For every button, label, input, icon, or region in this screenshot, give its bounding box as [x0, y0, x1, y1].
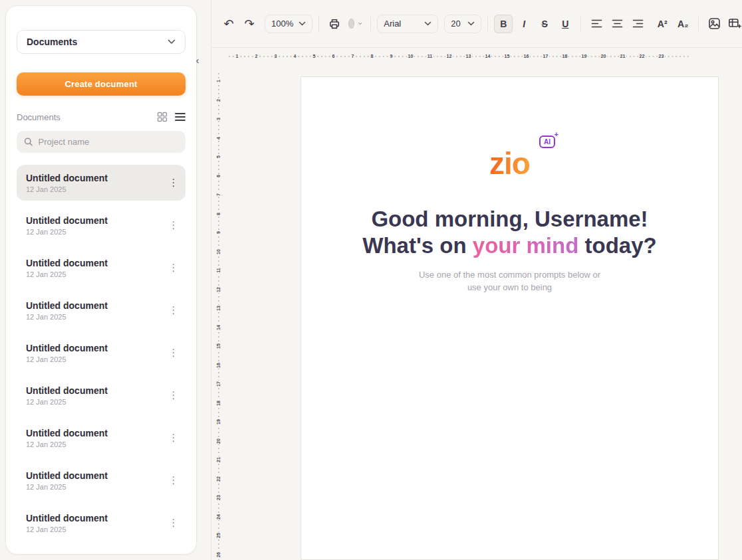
print-button[interactable]: [325, 15, 344, 33]
greeting-line1: Good morning, Username!: [301, 206, 718, 233]
color-swatch-icon: [348, 19, 354, 29]
document-menu-button[interactable]: ⋮: [166, 258, 182, 278]
italic-button[interactable]: I: [515, 15, 533, 33]
ruler-number: 6: [215, 174, 223, 178]
ruler-number: 2: [254, 53, 259, 60]
ruler-number: 19: [215, 419, 223, 425]
zio-logo: zio AI +: [489, 146, 530, 181]
document-title: Untitled document: [26, 173, 166, 183]
ruler-number: 24: [215, 513, 223, 520]
document-list-item[interactable]: Untitled document 12 Jan 2025 ⋮: [17, 207, 186, 243]
document-list-item[interactable]: Untitled document 12 Jan 2025 ⋮: [17, 377, 186, 413]
document-title: Untitled document: [26, 428, 166, 438]
ruler-number: 13: [465, 53, 473, 60]
ruler-number: 17: [542, 53, 550, 60]
insert-table-icon: [728, 17, 741, 30]
document-date: 12 Jan 2025: [26, 355, 166, 363]
ruler-number: 12: [445, 53, 453, 60]
toolbar-separator: [580, 17, 581, 31]
document-menu-button[interactable]: ⋮: [166, 215, 182, 235]
document-date: 12 Jan 2025: [26, 228, 166, 236]
ruler-number: 25: [215, 532, 223, 539]
undo-button[interactable]: ↶: [219, 15, 238, 33]
document-page-canvas[interactable]: zio AI + Good morning, Username! What's …: [301, 76, 719, 560]
grid-view-icon[interactable]: [157, 112, 168, 122]
redo-button[interactable]: ↷: [240, 15, 259, 33]
chevron-down-icon: [424, 21, 432, 26]
text-color-button[interactable]: [346, 15, 364, 33]
search-icon: [24, 137, 33, 147]
document-menu-button[interactable]: ⋮: [166, 343, 182, 363]
sidebar-collapse-button[interactable]: ‹: [192, 53, 203, 66]
document-title: Untitled document: [26, 470, 166, 481]
ai-badge-plus-icon: +: [555, 131, 558, 138]
chevron-down-icon: [467, 21, 475, 26]
document-menu-button[interactable]: ⋮: [166, 385, 182, 405]
search-input[interactable]: [39, 137, 178, 147]
chevron-down-icon: [358, 21, 362, 26]
document-title: Untitled document: [26, 300, 166, 311]
superscript-button[interactable]: A²: [653, 15, 672, 33]
document-date: 12 Jan 2025: [26, 185, 166, 193]
document-list-item[interactable]: Untitled document 12 Jan 2025 ⋮: [17, 335, 186, 371]
insert-image-button[interactable]: [705, 15, 723, 33]
font-family-value: Arial: [384, 19, 401, 29]
document-menu-button[interactable]: ⋮: [166, 428, 182, 448]
strikethrough-button[interactable]: S: [535, 15, 554, 33]
create-document-button[interactable]: Create document: [17, 72, 186, 96]
ruler-number: 7: [350, 53, 356, 60]
document-list-item[interactable]: Untitled document 12 Jan 2025 ⋮: [17, 165, 186, 201]
bold-button[interactable]: B: [494, 15, 513, 33]
ruler-number: 5: [312, 53, 317, 60]
project-search: [17, 131, 186, 153]
align-center-button[interactable]: [608, 15, 626, 33]
documents-list-header: Documents: [17, 112, 186, 122]
align-left-button[interactable]: [587, 15, 606, 33]
chevron-down-icon: [168, 39, 176, 45]
document-date: 12 Jan 2025: [26, 398, 166, 406]
ruler-number: 2: [215, 98, 223, 102]
document-list-item[interactable]: Untitled document 12 Jan 2025 ⋮: [17, 462, 186, 498]
document-list-item[interactable]: Untitled document 12 Jan 2025 ⋮: [17, 250, 186, 286]
ruler-number: 9: [389, 53, 394, 60]
ruler-number: 21: [215, 456, 223, 463]
underline-button[interactable]: U: [556, 15, 574, 33]
insert-table-button[interactable]: [725, 15, 742, 33]
ruler-number: 1: [235, 53, 240, 60]
document-list-item[interactable]: Untitled document 12 Jan 2025 ⋮: [17, 505, 186, 541]
zio-logo-text: zio: [489, 146, 530, 181]
list-view-icon[interactable]: [175, 112, 186, 122]
ruler-number: 21: [619, 53, 627, 60]
document-title: Untitled document: [26, 258, 166, 268]
ruler-number: 12: [215, 286, 223, 293]
toolbar-separator: [487, 17, 488, 31]
zoom-select[interactable]: 100%: [265, 15, 312, 33]
sidebar: Documents Create document Documents: [5, 5, 197, 555]
toolbar-separator: [370, 17, 371, 31]
document-menu-button[interactable]: ⋮: [166, 470, 182, 490]
font-size-select[interactable]: 20: [444, 15, 481, 33]
chevron-down-icon: [299, 21, 306, 26]
ruler-number: 20: [600, 53, 608, 60]
document-menu-button[interactable]: ⋮: [166, 173, 182, 193]
font-family-select[interactable]: Arial: [377, 15, 438, 33]
documents-section-label: Documents: [17, 112, 157, 122]
greeting-line2: What's on your mind today?: [301, 233, 718, 259]
document-date: 12 Jan 2025: [26, 525, 166, 533]
align-right-button[interactable]: [628, 15, 647, 33]
subscript-button[interactable]: A₂: [674, 15, 692, 33]
document-list-item[interactable]: Untitled document 12 Jan 2025 ⋮: [17, 292, 186, 328]
ruler-number: 19: [580, 53, 588, 60]
workspace-selector-dropdown[interactable]: Documents: [17, 30, 186, 54]
document-list-item[interactable]: Untitled document 12 Jan 2025 ⋮: [17, 420, 186, 456]
greeting-heading: Good morning, Username! What's on your m…: [301, 206, 718, 259]
ruler-number: 22: [215, 476, 223, 482]
editor-main: ↶ ↷ 100% Arial: [211, 0, 742, 560]
ruler-number: 11: [426, 53, 433, 60]
ruler-number: 14: [484, 53, 492, 60]
ruler-number: 3: [215, 117, 223, 121]
document-title: Untitled document: [26, 343, 166, 353]
document-menu-button[interactable]: ⋮: [166, 300, 182, 320]
zoom-value: 100%: [271, 19, 293, 29]
document-menu-button[interactable]: ⋮: [166, 513, 182, 533]
